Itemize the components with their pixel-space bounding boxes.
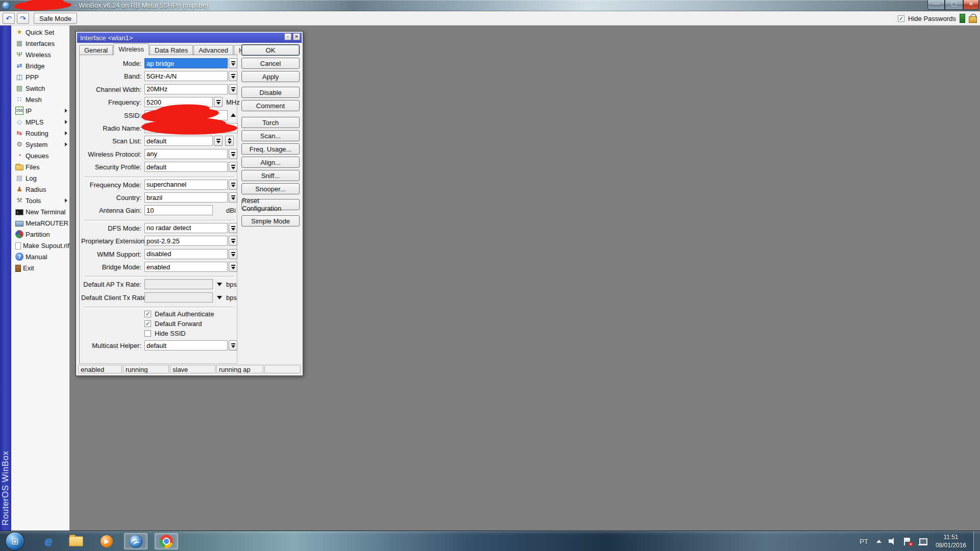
tab-general[interactable]: General <box>79 45 113 55</box>
radius-icon: ♟ <box>15 185 23 193</box>
wmm-support-input[interactable] <box>144 249 228 259</box>
default-ap-tx-rate-input[interactable] <box>144 279 213 289</box>
checkbox-label: Hide SSID <box>155 330 186 337</box>
sidebar-item-mesh[interactable]: ∷Mesh <box>11 94 69 105</box>
default-authenticate-checkbox[interactable]: ✓ <box>144 311 151 317</box>
redo-button[interactable]: ↷ <box>17 13 29 24</box>
dropdown-button-icon[interactable] <box>229 84 237 94</box>
sidebar-item-mpls[interactable]: ◇MPLS <box>11 116 69 128</box>
country-input[interactable] <box>144 192 228 203</box>
sidebar-item-new-terminal[interactable]: ›New Terminal <box>11 206 69 217</box>
internet-explorer-icon[interactable]: e <box>37 533 60 549</box>
status-cell-running: running <box>123 365 169 373</box>
frequency-mode-input[interactable] <box>144 180 228 190</box>
sidebar-item-partition[interactable]: Partition <box>11 229 69 240</box>
sidebar-item-wireless[interactable]: ΨWireless <box>11 49 69 60</box>
sidebar-item-routing[interactable]: ⇆Routing <box>11 128 69 139</box>
proprietary-extensions-input[interactable] <box>144 236 228 246</box>
winbox-taskbar-button[interactable] <box>124 533 148 549</box>
network-icon[interactable] <box>918 538 927 545</box>
maximize-button[interactable]: ▢ <box>945 0 963 10</box>
ok-button[interactable]: OK <box>241 44 300 56</box>
dropdown-button-icon[interactable] <box>229 340 237 350</box>
volume-icon[interactable] <box>889 538 897 545</box>
field-label: Bridge Mode: <box>81 263 141 271</box>
rate-dropdown-arrow-icon[interactable] <box>217 296 222 299</box>
minimize-button[interactable]: — <box>927 0 945 10</box>
clock[interactable]: 11:51 08/01/2016 <box>936 533 966 549</box>
sidebar-item-manual[interactable]: ?Manual <box>11 251 69 262</box>
show-hidden-icons-icon[interactable] <box>876 540 881 543</box>
tab-data-rates[interactable]: Data Rates <box>150 45 193 55</box>
dropdown-button-icon[interactable] <box>229 71 237 81</box>
sidebar-item-bridge[interactable]: ⇄Bridge <box>11 60 69 71</box>
dropdown-button-icon[interactable] <box>229 149 237 159</box>
sidebar-item-system[interactable]: ⚙System <box>11 139 69 150</box>
action-center-flag-icon[interactable]: ✕ <box>904 538 911 545</box>
dropdown-button-icon[interactable] <box>214 97 223 107</box>
default-forward-checkbox[interactable]: ✓ <box>144 320 151 327</box>
dropdown-button-icon[interactable] <box>229 262 237 272</box>
close-button[interactable]: ✕ <box>963 0 979 10</box>
media-player-icon[interactable]: ▶ <box>95 533 118 549</box>
field-label: Radio Name: <box>81 124 141 132</box>
dropdown-button-icon[interactable] <box>229 162 237 172</box>
dropdown-button-icon[interactable] <box>229 192 237 203</box>
multicast-helper-input[interactable] <box>144 340 228 350</box>
dropdown-button-icon[interactable] <box>229 223 237 233</box>
dropdown-button-icon[interactable] <box>229 180 237 190</box>
sidebar-item-metarouter[interactable]: MetaROUTER <box>11 217 69 229</box>
hide-ssid-checkbox[interactable] <box>144 330 151 337</box>
manual-icon: ? <box>15 253 23 261</box>
default-client-tx-rate-input[interactable] <box>144 292 213 303</box>
title-redaction-scribble <box>14 1 71 11</box>
language-indicator[interactable]: PT <box>860 538 868 545</box>
safe-mode-button[interactable]: Safe Mode <box>34 13 77 24</box>
updown-spinner-icon[interactable] <box>225 136 234 146</box>
channel-width-input[interactable] <box>144 84 228 94</box>
chrome-icon <box>160 535 173 548</box>
scan-list-input[interactable] <box>144 136 213 146</box>
bridge-mode-input[interactable] <box>144 262 228 272</box>
wireless-protocol-input[interactable] <box>144 149 228 159</box>
collapse-arrow-icon[interactable] <box>231 113 236 117</box>
sidebar-item-radius[interactable]: ♟Radius <box>11 184 69 195</box>
group-separator <box>84 220 234 222</box>
dropdown-button-icon[interactable] <box>229 249 237 259</box>
sidebar-item-log[interactable]: ▤Log <box>11 172 69 184</box>
band-input[interactable] <box>144 71 228 81</box>
sidebar-item-switch[interactable]: ▤Switch <box>11 83 69 94</box>
tab-wireless[interactable]: Wireless <box>113 43 149 55</box>
sidebar-item-ppp[interactable]: ◫PPP <box>11 71 69 83</box>
rate-dropdown-arrow-icon[interactable] <box>217 283 222 286</box>
sidebar-item-exit[interactable]: Exit <box>11 262 69 273</box>
antenna-gain-input[interactable] <box>144 205 213 215</box>
dfs-mode-input[interactable] <box>144 223 228 233</box>
files-icon <box>15 165 23 170</box>
dialog-maximize-button[interactable]: ▫ <box>284 33 291 40</box>
dialog-close-icon[interactable]: ✕ <box>293 33 300 40</box>
tab-advanced[interactable]: Advanced <box>193 45 233 55</box>
dialog-titlebar[interactable]: Interface <wlan1> <box>77 33 302 43</box>
show-desktop-button[interactable] <box>973 531 980 551</box>
sidebar-item-label: Exit <box>23 264 34 272</box>
sidebar-item-files[interactable]: Files <box>11 161 69 172</box>
sidebar-item-tools[interactable]: ⚒Tools <box>11 195 69 206</box>
dropdown-button-icon[interactable] <box>229 236 237 246</box>
undo-button[interactable]: ↶ <box>3 13 15 24</box>
dropdown-button-icon[interactable] <box>214 136 223 146</box>
security-profile-input[interactable] <box>144 162 228 172</box>
main-toolbar: ↶ ↷ Safe Mode ✓ Hide Passwords <box>0 11 980 26</box>
dropdown-button-icon[interactable] <box>229 58 237 68</box>
sidebar-item-interfaces[interactable]: ▦Interfaces <box>11 38 69 49</box>
sidebar-item-label: Partition <box>26 231 50 238</box>
file-explorer-icon[interactable] <box>64 533 88 549</box>
sidebar-item-quick-set[interactable]: ★Quick Set <box>11 27 69 38</box>
sidebar-item-make-supout-rif[interactable]: Make Supout.rif <box>11 240 69 251</box>
hide-passwords-checkbox[interactable]: ✓ <box>898 15 904 22</box>
sidebar-item-queues[interactable]: ◔Queues <box>11 150 69 161</box>
start-orb-icon[interactable]: ⊞ <box>6 533 23 550</box>
sidebar-item-ip[interactable]: 255IP <box>11 105 69 116</box>
chrome-taskbar-button[interactable] <box>155 533 178 549</box>
mode-input[interactable] <box>144 58 228 68</box>
